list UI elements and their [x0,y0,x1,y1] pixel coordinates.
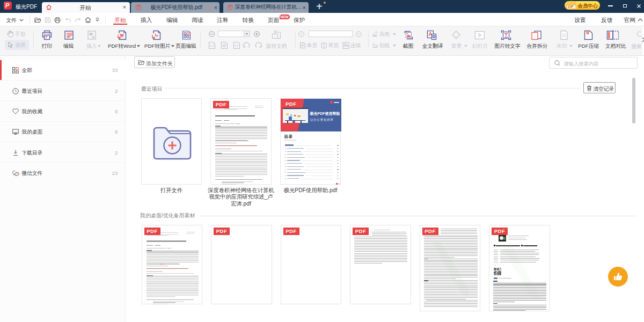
svg-text:A: A [372,42,375,47]
svg-text:VIP: VIP [568,5,574,9]
svg-text:1:1: 1:1 [210,44,215,47]
